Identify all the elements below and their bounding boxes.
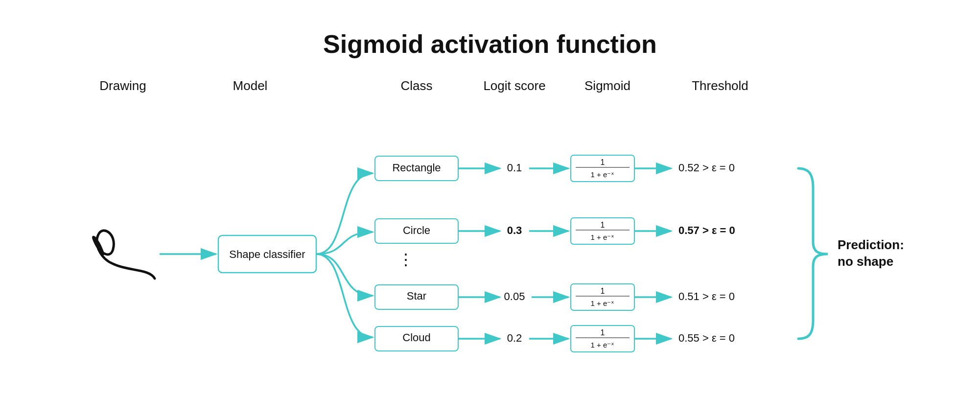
page: Sigmoid activation function Drawing Mode… (0, 0, 980, 419)
svg-text:0.51 > ε = 0: 0.51 > ε = 0 (678, 290, 735, 303)
svg-text:Rectangle: Rectangle (392, 162, 441, 174)
col-header-class: Class (363, 78, 470, 93)
svg-text:Prediction:: Prediction: (838, 237, 904, 252)
page-title: Sigmoid activation function (323, 29, 657, 59)
col-header-drawing: Drawing (74, 78, 172, 93)
col-header-sigmoid: Sigmoid (559, 78, 656, 93)
svg-text:Star: Star (407, 290, 426, 302)
svg-text:0.2: 0.2 (507, 332, 522, 344)
svg-text:1: 1 (601, 158, 605, 166)
col-header-model: Model (187, 78, 314, 93)
svg-text:no shape: no shape (838, 254, 893, 269)
svg-text:⋮: ⋮ (398, 251, 414, 268)
svg-text:0.55 > ε = 0: 0.55 > ε = 0 (678, 332, 735, 344)
svg-text:1 + e⁻ˣ: 1 + e⁻ˣ (591, 341, 615, 349)
svg-text:0.52 > ε = 0: 0.52 > ε = 0 (678, 162, 735, 174)
col-header-threshold: Threshold (656, 78, 784, 93)
svg-text:Cloud: Cloud (402, 331, 430, 344)
svg-text:0.3: 0.3 (507, 224, 522, 236)
svg-text:1: 1 (601, 287, 605, 295)
drawing-glyph (93, 231, 155, 279)
svg-text:1 + e⁻ˣ: 1 + e⁻ˣ (591, 170, 615, 179)
svg-text:1: 1 (601, 328, 605, 337)
col-header-logit: Logit score (470, 78, 559, 93)
svg-text:1 + e⁻ˣ: 1 + e⁻ˣ (591, 299, 615, 307)
column-headers: Drawing Model Class Logit score Sigmoid … (74, 78, 906, 93)
diagram: Shape classifier ⋮ Rectangle 0.1 1 1 + e… (74, 102, 906, 376)
svg-text:0.1: 0.1 (507, 162, 522, 174)
svg-text:Circle: Circle (403, 224, 430, 236)
svg-text:Shape classifier: Shape classifier (229, 248, 305, 260)
svg-text:0.57 > ε = 0: 0.57 > ε = 0 (678, 224, 735, 236)
svg-text:1: 1 (601, 221, 605, 229)
svg-text:1 + e⁻ˣ: 1 + e⁻ˣ (591, 233, 615, 241)
svg-text:0.05: 0.05 (504, 290, 525, 303)
